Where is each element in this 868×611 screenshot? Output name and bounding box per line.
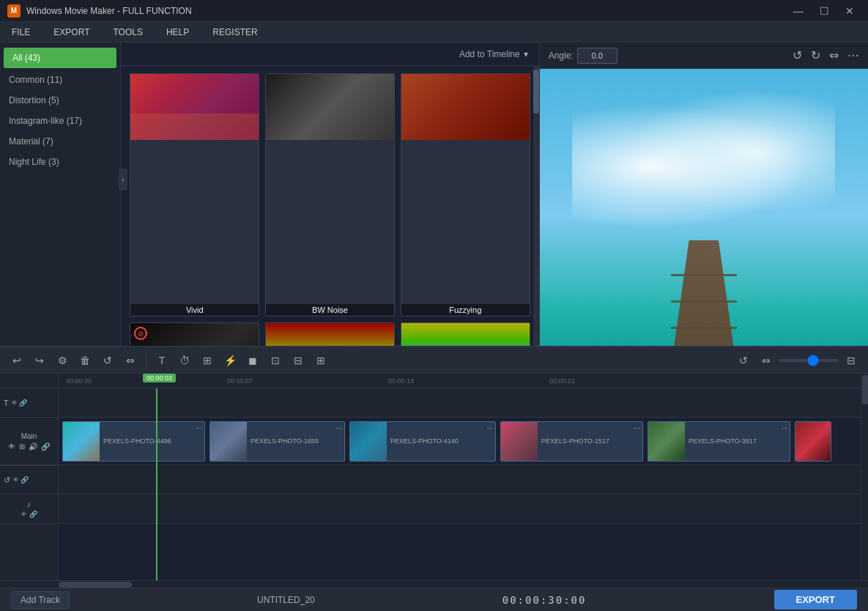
clip-ocean-name: PEXELS-PHOTO-4140	[387, 436, 475, 446]
clouds-decoration	[572, 93, 835, 240]
clock-button[interactable]: ⏱	[175, 351, 194, 370]
add-to-timeline-button[interactable]: Add to Timeline ▾	[459, 49, 528, 59]
mirror-button[interactable]: ⇔	[121, 351, 140, 370]
playhead-time-badge: 00:00:03	[143, 374, 176, 382]
music-track-label: ♪ 👁 🔗	[0, 495, 58, 524]
clip-beach-name: PEXELS-PHOTO-4496	[100, 436, 188, 446]
clip-girl[interactable]: PEXELS-PHOTO-1659 ···	[209, 421, 345, 462]
angle-input[interactable]	[577, 48, 617, 64]
text-track-link[interactable]: 🔗	[19, 399, 27, 407]
adjust-button[interactable]: ⊟	[289, 351, 308, 370]
clip-red[interactable]	[795, 421, 831, 462]
effect-bwnoise[interactable]: BW Noise	[265, 73, 395, 316]
music-eye[interactable]: 👁	[21, 511, 27, 518]
menu-register[interactable]: REGISTER	[208, 24, 261, 40]
color-button[interactable]: ◼	[243, 351, 262, 370]
overlay-eye[interactable]: 👁	[12, 476, 19, 484]
filter-material[interactable]: Material (7)	[0, 131, 120, 152]
timeline-ruler: 00:00:00 00:00:07 00:00:14 00:00:21 00:0…	[59, 374, 861, 388]
music-track-icons: 👁 🔗	[21, 511, 37, 518]
menu-help[interactable]: HELP	[162, 24, 193, 40]
menu-export[interactable]: EXPORT	[49, 24, 94, 40]
effect-label-vivid: Vivid	[130, 304, 259, 316]
titlebar-left: M Windows Movie Maker - FULL FUNCTION	[7, 4, 192, 18]
overlay-link[interactable]: 🔗	[21, 476, 29, 484]
undo-button[interactable]: ↩	[7, 351, 26, 370]
clip-ocean[interactable]: PEXELS-PHOTO-4140 ···	[349, 421, 496, 462]
clip-flower-more[interactable]: ···	[634, 424, 640, 432]
ruler-spacer	[0, 374, 58, 388]
main-track-vol[interactable]: 🔊	[29, 442, 37, 451]
rotate-button[interactable]: ↺	[98, 351, 117, 370]
ruler-mark-0: 00:00:00	[66, 377, 92, 385]
delete-button[interactable]: 🗑	[75, 351, 94, 370]
titlebar-controls: — ☐ ✕	[787, 4, 861, 18]
minimize-button[interactable]: —	[787, 4, 809, 18]
splitview-button[interactable]: ⊟	[842, 351, 861, 370]
clip-beach-thumb	[63, 422, 100, 461]
total-time-display: 00:00:30:00	[502, 594, 587, 606]
preview-toolbar: Angle: ↺ ↻ ⇔ ⋯	[540, 42, 868, 69]
filter-all[interactable]: All (43)	[4, 48, 116, 68]
main-track-row: PEXELS-PHOTO-4496 ··· PEXELS-PHOTO-1659 …	[59, 418, 861, 465]
crop-button[interactable]: ⊡	[266, 351, 285, 370]
main-track-eye[interactable]: 👁	[8, 442, 15, 451]
clip-flower[interactable]: PEXELS-PHOTO-1517 ···	[500, 421, 643, 462]
main-track-label: Main 👁 ⊞ 🔊 🔗	[0, 418, 58, 465]
clip-girl-more[interactable]: ···	[336, 424, 342, 432]
rotate-right-button[interactable]: ↻	[811, 48, 820, 62]
clip-plants-name: PEXELS-PHOTO-3817	[685, 436, 773, 446]
collapse-handle[interactable]: ‹	[119, 169, 127, 190]
clip-beach[interactable]: PEXELS-PHOTO-4496 ···	[62, 421, 205, 462]
split-button[interactable]: ⊞	[198, 351, 217, 370]
hscroll-thumb	[59, 582, 132, 588]
clip-girl-name: PEXELS-PHOTO-1659	[247, 436, 335, 446]
menu-file[interactable]: FILE	[7, 24, 34, 40]
clip-beach-more[interactable]: ···	[196, 424, 202, 432]
text-track-row	[59, 388, 861, 418]
flip-button[interactable]: ⇔	[829, 48, 839, 62]
redo-button[interactable]: ↪	[30, 351, 49, 370]
filter-common[interactable]: Common (11)	[0, 70, 120, 90]
text-button[interactable]: T	[152, 351, 171, 370]
filter-instagram[interactable]: Instagram-like (17)	[0, 111, 120, 131]
clip-plants[interactable]: PEXELS-PHOTO-3817 ···	[648, 421, 790, 462]
project-name: UNTITLED_20	[257, 595, 315, 605]
clip-flower-thumb	[501, 422, 538, 461]
effect-label-bwnoise: BW Noise	[266, 304, 394, 316]
rotate-left-button[interactable]: ↺	[793, 48, 802, 62]
effect-label-fuzzying: Fuzzying	[401, 304, 530, 316]
clip-ocean-more[interactable]: ···	[487, 424, 493, 432]
maximize-button[interactable]: ☐	[813, 4, 835, 18]
grid-button[interactable]: ⊞	[311, 351, 330, 370]
track-area: 00:00:00 00:00:07 00:00:14 00:00:21 00:0…	[59, 374, 861, 580]
timeline-right-controls: ↺ ⇔ ⊟	[734, 351, 861, 370]
clip-plants-more[interactable]: ···	[782, 424, 787, 432]
effect-vivid[interactable]: Vivid	[130, 73, 259, 316]
zoom-slider[interactable]	[779, 359, 838, 362]
clip-girl-thumb	[210, 422, 247, 461]
main-track-link[interactable]: 🔗	[41, 442, 50, 451]
main-track-box[interactable]: ⊞	[19, 442, 25, 451]
more-button[interactable]: ⋯	[847, 48, 859, 62]
app-logo: M	[7, 4, 21, 18]
motion-button[interactable]: ⚡	[220, 351, 240, 370]
close-button[interactable]: ✕	[839, 4, 861, 18]
music-link[interactable]: 🔗	[29, 511, 37, 518]
expand-button[interactable]: ⇔	[757, 351, 776, 370]
angle-control: Angle:	[549, 48, 617, 64]
settings-button[interactable]: ⚙	[53, 351, 72, 370]
ruler-mark-21: 00:00:21	[549, 377, 575, 385]
ruler-mark-7: 00:00:07	[227, 377, 253, 385]
timeline-hscrollbar[interactable]	[0, 580, 868, 588]
export-button[interactable]: EXPORT	[774, 590, 857, 610]
menu-tools[interactable]: TOOLS	[108, 24, 146, 40]
add-track-button[interactable]: Add Track	[11, 591, 70, 609]
scrollbar-thumb	[862, 375, 868, 404]
loop-button[interactable]: ↺	[734, 351, 753, 370]
timeline-scrollbar[interactable]	[861, 374, 868, 580]
filter-nightlife[interactable]: Night Life (3)	[0, 152, 120, 172]
effect-fuzzying[interactable]: Fuzzying	[401, 73, 530, 316]
text-track-eye[interactable]: 👁	[11, 399, 18, 407]
filter-distortion[interactable]: Distortion (5)	[0, 90, 120, 111]
